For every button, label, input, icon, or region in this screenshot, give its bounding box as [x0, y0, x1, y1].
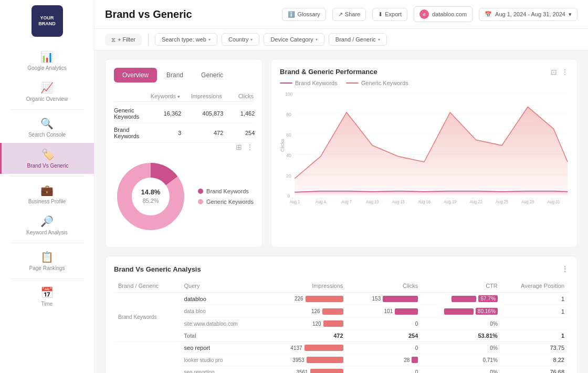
donut-legend: Brand Keywords Generic Keywords — [198, 188, 254, 205]
more-icon[interactable]: ⋮ — [246, 143, 254, 151]
page-rankings-icon: 📋 — [40, 251, 54, 263]
col-query: Query — [180, 279, 260, 293]
svg-text:Aug 10: Aug 10 — [366, 199, 379, 204]
panels-row: Overview Brand Generic Keywords ▾ Impres… — [105, 59, 578, 247]
sidebar-item-keyword-analysis[interactable]: 🔎 Keyword Analysis — [0, 210, 94, 241]
sidebar-item-brand-vs-generic[interactable]: 🏷️ Brand Vs Generic — [0, 143, 94, 174]
business-profile-icon: 💼 — [40, 184, 54, 196]
brand-generic-dropdown[interactable]: Brand / Generic ▾ — [329, 33, 387, 46]
date-range-picker[interactable]: 📅 Aug 1, 2024 - Aug 31, 2024 ▾ — [479, 8, 578, 21]
sidebar-item-time[interactable]: 📅 Time — [0, 281, 94, 312]
country-dropdown[interactable]: Country ▾ — [222, 33, 260, 46]
topbar: Brand vs Generic ℹ️ Glossary ↗ Share ⬇ E… — [94, 0, 588, 29]
impressions-cell: 226 — [260, 293, 348, 305]
total-impressions-cell: 472 — [260, 330, 348, 342]
total-clicks-cell: 254 — [348, 330, 423, 342]
main-content: Brand vs Generic ℹ️ Glossary ↗ Share ⬇ E… — [94, 0, 588, 373]
tab-overview[interactable]: Overview — [114, 68, 157, 82]
impressions-cell: 3561 — [260, 366, 348, 374]
svg-text:80: 80 — [286, 112, 291, 117]
panel-icons: ⊞ ⋮ — [114, 143, 254, 151]
svg-text:40: 40 — [286, 152, 291, 158]
sidebar-nav: 📊 Google Analytics 📈 Organic Overview 🔍 … — [0, 45, 94, 312]
ctr-cell: 0% — [422, 342, 502, 354]
line-chart: 100 80 60 40 20 0 Clicks — [280, 90, 569, 206]
sidebar-item-business-profile[interactable]: 💼 Business Profile — [0, 179, 94, 210]
impressions-cell: 3953 — [260, 354, 348, 366]
sidebar-item-label: Business Profile — [28, 199, 66, 204]
sidebar-item-google-analytics[interactable]: 📊 Google Analytics — [0, 45, 94, 76]
share-button[interactable]: ↗ Share — [332, 8, 366, 21]
chart-legend: Brand Keywords Generic Keywords — [280, 80, 408, 86]
clicks-cell: 101 — [348, 305, 423, 318]
glossary-label: Glossary — [297, 11, 320, 17]
time-icon: 📅 — [40, 286, 54, 299]
expand-icon[interactable]: ⊡ — [551, 68, 557, 76]
generic-legend-text: Generic Keywords — [361, 80, 408, 86]
ctr-cell: 80.16% — [422, 305, 502, 318]
share-icon: ↗ — [338, 11, 343, 18]
clicks-cell: 28 — [348, 354, 423, 366]
avg-position-cell: 73.75 — [502, 342, 569, 354]
section-label-cell: Generic Keywords — [114, 342, 180, 374]
svg-text:Aug 22: Aug 22 — [470, 199, 483, 204]
svg-text:20: 20 — [286, 173, 291, 178]
filter-divider — [148, 33, 149, 46]
more-icon[interactable]: ⋮ — [561, 68, 569, 76]
total-avg-position-cell: 1 — [502, 330, 569, 342]
table-icon[interactable]: ⊞ — [236, 143, 242, 151]
total-row: Total 472 254 53.81% 1 — [114, 330, 569, 342]
row-keywords: 16,362 — [139, 110, 181, 117]
avg-position-cell: 76.68 — [502, 366, 569, 374]
svg-text:Aug 1: Aug 1 — [290, 199, 300, 204]
sidebar-item-label: Google Analytics — [27, 65, 67, 71]
tab-brand[interactable]: Brand — [158, 68, 192, 82]
svg-text:14.8%: 14.8% — [141, 188, 161, 196]
chart-title: Brand & Generic Performance — [280, 68, 408, 76]
overview-panel: Overview Brand Generic Keywords ▾ Impres… — [105, 59, 262, 247]
row-keywords: 3 — [139, 130, 181, 136]
logo: YOURBRAND — [32, 5, 63, 37]
date-range-text: Aug 1, 2024 - Aug 31, 2024 — [495, 11, 565, 17]
row-clicks: 254 — [223, 130, 255, 136]
sidebar-item-organic-overview[interactable]: 📈 Organic Overview — [0, 76, 94, 107]
generic-legend-label: Generic Keywords — [206, 199, 254, 205]
impressions-cell: 4137 — [260, 342, 348, 354]
svg-text:Aug 13: Aug 13 — [392, 199, 405, 204]
table-row: looker studio pro3953280.71%8.22 — [114, 354, 569, 366]
sidebar: YOURBRAND 📊 Google Analytics 📈 Organic O… — [0, 0, 94, 373]
tab-generic[interactable]: Generic — [193, 68, 232, 82]
generic-line — [346, 82, 359, 84]
total-label-cell: Total — [180, 330, 260, 342]
glossary-button[interactable]: ℹ️ Glossary — [282, 8, 326, 21]
svg-text:Clicks: Clicks — [280, 139, 285, 152]
brand-dot — [198, 189, 203, 194]
row-impressions: 472 — [181, 130, 223, 136]
sidebar-item-page-rankings[interactable]: 📋 Page Rankings — [0, 245, 94, 276]
more-options-icon[interactable]: ⋮ — [561, 265, 569, 273]
svg-text:Aug 4: Aug 4 — [316, 199, 326, 204]
row-impressions: 405,873 — [181, 110, 223, 117]
filter-button[interactable]: ⧖ + Filter — [105, 34, 142, 46]
chevron-down-icon: ▾ — [250, 37, 253, 42]
calendar-icon: 📅 — [485, 11, 492, 18]
device-category-dropdown[interactable]: Device Category ▾ — [264, 33, 324, 46]
sidebar-item-search-console[interactable]: 🔍 Search Console — [0, 112, 94, 143]
keywords-table-header: Keywords ▾ Impressions Clicks — [114, 91, 254, 102]
export-button[interactable]: ⬇ Export — [372, 8, 407, 21]
search-type-dropdown[interactable]: Search type: web ▾ — [155, 33, 217, 46]
sidebar-item-label: Brand Vs Generic — [27, 163, 69, 169]
col-header-label — [114, 93, 138, 99]
col-clicks: Clicks — [348, 279, 423, 293]
filter-label: + Filter — [118, 36, 135, 43]
chevron-down-icon: ▾ — [378, 37, 380, 42]
query-cell: seo report — [180, 342, 260, 354]
filter-bar: ⧖ + Filter Search type: web ▾ Country ▾ … — [94, 29, 588, 50]
brand-legend-label: Brand Keywords — [206, 188, 249, 194]
legend-brand-keywords: Brand Keywords — [280, 80, 338, 86]
col-ctr: CTR — [422, 279, 502, 293]
table-row: site:www.databloo.com12000% — [114, 318, 569, 330]
avg-position-cell: 1 — [502, 305, 569, 318]
analysis-panel: Brand Vs Generic Analysis ⋮ Brand / Gene… — [105, 256, 578, 373]
tab-group: Overview Brand Generic — [114, 68, 254, 82]
